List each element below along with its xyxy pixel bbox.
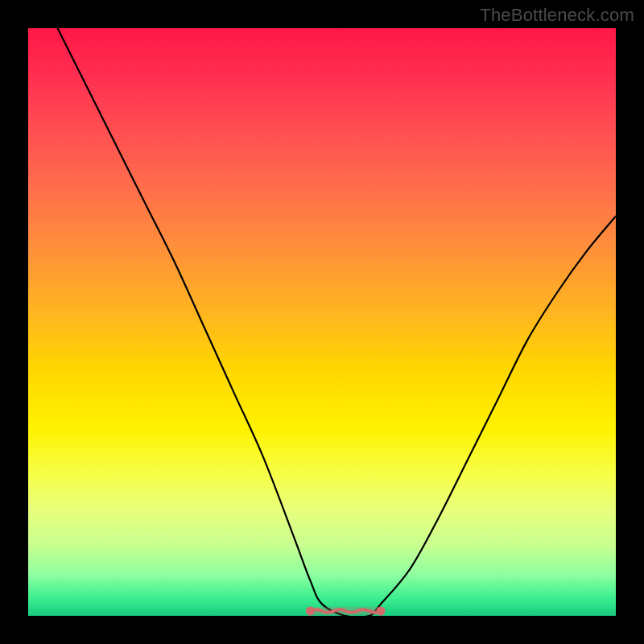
bottleneck-curve — [58, 28, 617, 617]
flat-optimum-marker — [306, 607, 386, 616]
plot-area — [28, 28, 616, 616]
watermark-text: TheBottleneck.com — [480, 5, 634, 26]
chart-frame: TheBottleneck.com — [0, 0, 644, 644]
curve-svg — [28, 28, 616, 616]
